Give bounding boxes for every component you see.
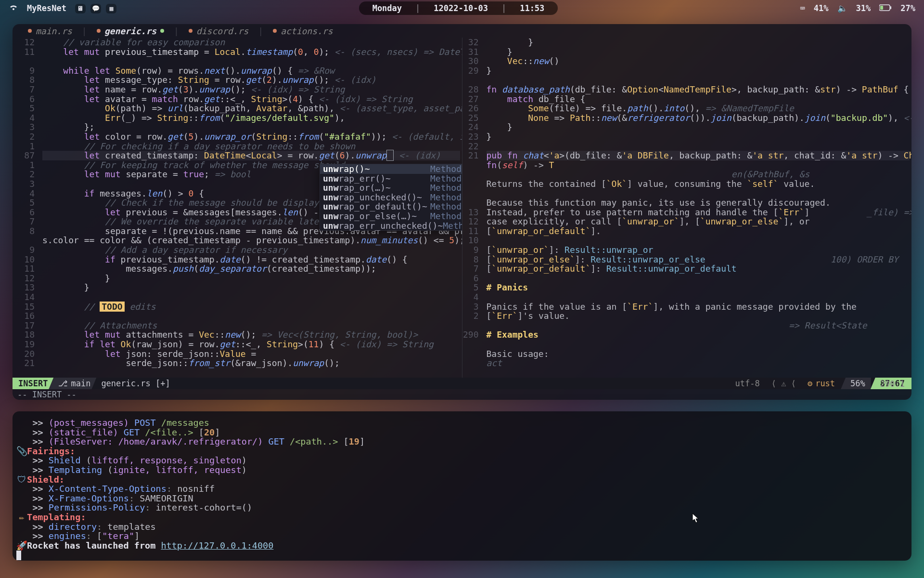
wifi-icon[interactable] xyxy=(9,3,18,13)
keyboard-battery-pct: 41% xyxy=(814,3,829,13)
statusline-branch: ⎇ main xyxy=(49,378,96,389)
battery-icon[interactable] xyxy=(879,3,892,13)
completion-item[interactable]: unwrap_err_unchecked()~ Method xyxy=(320,221,462,231)
clock-day: Monday xyxy=(372,3,402,13)
keyboard-battery-icon[interactable]: ⌨ xyxy=(800,3,805,13)
statusline-encoding: utf-8 xyxy=(730,378,766,389)
buffer-tab-label: generic.rs xyxy=(104,26,156,36)
clock-pill[interactable]: Monday | 12022-10-03 | 11:53 xyxy=(359,1,558,15)
statusline: INSERT ⎇ main generic.rs [+] utf-8 ⟨ ⚠ ⟨… xyxy=(13,378,911,389)
buffer-tab[interactable]: generic.rs xyxy=(90,26,171,36)
buffer-tab[interactable]: main.rs xyxy=(21,26,79,36)
volume-pct: 31% xyxy=(856,3,871,13)
modified-indicator-icon xyxy=(160,29,164,33)
statusline-mode: INSERT xyxy=(13,378,53,389)
completion-item[interactable]: unwrap()~ Method xyxy=(320,164,462,174)
mode-echo: -- INSERT -- xyxy=(13,389,911,400)
rust-icon: ⚙ xyxy=(808,379,812,388)
statusline-lsp-glyphs: ⟨ ⚠ ⟨ xyxy=(766,378,802,389)
svg-rect-2 xyxy=(890,6,891,9)
statusline-percent: 56% xyxy=(841,378,871,389)
git-branch-icon: ⎇ xyxy=(58,379,68,388)
terminal-output[interactable]: >> (post_messages) POST /messages >> (st… xyxy=(16,418,908,560)
statusline-filetype: ⚙ rust xyxy=(802,378,841,389)
menubar-app-icons[interactable]: 🖥 💬 ▦ xyxy=(75,3,117,13)
buffer-tab-label: discord.rs xyxy=(196,26,248,36)
macos-menubar: MyResNet 🖥 💬 ▦ Monday | 12022-10-03 | 11… xyxy=(0,0,924,16)
completion-item[interactable]: unwrap_unchecked()~ Method xyxy=(320,193,462,202)
wifi-name: MyResNet xyxy=(27,3,66,13)
buffer-tab[interactable]: discord.rs xyxy=(182,26,255,36)
terminal-window[interactable]: >> (post_messages) POST /messages >> (st… xyxy=(13,411,911,561)
line-number-gutter: 1211 9876543218712345678 910111213141516… xyxy=(13,38,39,368)
filetype-dot-icon xyxy=(28,29,32,33)
statusline-right-position: 290:1 xyxy=(880,379,905,389)
editor-pane-right[interactable]: 32313029 2827262524232221 13121110987654… xyxy=(462,38,912,378)
editor-pane-left[interactable]: 1211 9876543218712345678 910111213141516… xyxy=(13,38,462,378)
filetype-dot-icon xyxy=(189,29,192,33)
svg-rect-1 xyxy=(880,6,883,10)
buffer-tab-label: main.rs xyxy=(36,26,72,36)
battery-pct: 27% xyxy=(900,3,915,13)
clock-time: 11:53 xyxy=(520,3,544,13)
volume-icon[interactable]: 🔈 xyxy=(837,3,847,13)
completion-item[interactable]: unwrap_or_default()~ Method xyxy=(320,202,462,211)
completion-item[interactable]: unwrap_or_else(…)~ Method xyxy=(320,211,462,221)
completion-popup[interactable]: unwrap()~ Method unwrap_err()~ Method un… xyxy=(320,164,462,231)
buffer-tab[interactable]: actions.rs xyxy=(266,26,339,36)
filetype-dot-icon xyxy=(273,29,277,33)
statusline-file: generic.rs [+] xyxy=(96,378,176,389)
filetype-dot-icon xyxy=(97,29,101,33)
chat-icon[interactable]: 💬 xyxy=(90,4,101,13)
completion-item[interactable]: unwrap_err()~ Method xyxy=(320,174,462,184)
neovim-window: main.rs|generic.rs|discord.rs|actions.rs… xyxy=(13,24,911,400)
buffer-tabbar[interactable]: main.rs|generic.rs|discord.rs|actions.rs xyxy=(13,24,911,38)
buffer-tab-label: actions.rs xyxy=(281,26,333,36)
grid-icon[interactable]: ▦ xyxy=(106,4,116,13)
line-number-gutter-right: 32313029 2827262524232221 13121110987654… xyxy=(462,38,483,340)
display-icon[interactable]: 🖥 xyxy=(75,4,86,13)
code-area-right[interactable]: } } Vec::new()} fn database_path(db_file… xyxy=(487,38,910,368)
completion-item[interactable]: unwrap_or(…)~ Method xyxy=(320,183,462,193)
clock-date: 12022-10-03 xyxy=(434,3,488,13)
